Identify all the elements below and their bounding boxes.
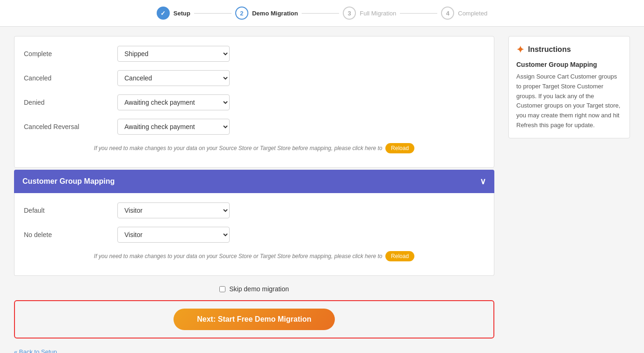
mapping-select-canceled[interactable]: Shipped Canceled Awaiting check payment … xyxy=(117,70,230,86)
reload-button-2[interactable]: Reload xyxy=(385,251,414,261)
next-button-container: Next: Start Free Demo Migration xyxy=(14,300,494,339)
skip-demo-checkbox[interactable] xyxy=(219,286,225,292)
mapping-select-canceled-reversal[interactable]: Shipped Canceled Awaiting check payment … xyxy=(117,119,230,135)
sidebar-title-row: ✦ Instructions xyxy=(516,44,622,55)
sidebar: ✦ Instructions Customer Group Mapping As… xyxy=(508,36,630,353)
back-link-container: « Back to Setup xyxy=(14,348,494,353)
mapping-row-canceled-reversal: Canceled Reversal Shipped Canceled Await… xyxy=(24,119,485,135)
step-setup-circle: ✓ xyxy=(157,7,170,20)
mapping-label-canceled-reversal: Canceled Reversal xyxy=(24,123,108,130)
step-completed-circle: 4 xyxy=(441,7,454,20)
customer-group-section: Customer Group Mapping ∨ Default Visitor… xyxy=(14,170,494,276)
customer-group-header[interactable]: Customer Group Mapping ∨ xyxy=(14,170,494,193)
mapping-select-no-delete[interactable]: Visitor Guest Registered xyxy=(117,227,230,243)
mapping-label-canceled: Canceled xyxy=(24,74,108,82)
back-link[interactable]: « Back to Setup xyxy=(14,348,57,353)
mapping-label-denied: Denied xyxy=(24,99,108,106)
customer-group-title: Customer Group Mapping xyxy=(22,177,115,186)
sidebar-instructions: ✦ Instructions Customer Group Mapping As… xyxy=(508,36,630,138)
stepper: ✓ Setup 2 Demo Migration 3 Full Migratio… xyxy=(0,0,644,27)
step-full-circle: 3 xyxy=(343,7,356,20)
step-completed-label: Completed xyxy=(458,10,487,17)
next-button[interactable]: Next: Start Free Demo Migration xyxy=(174,309,334,330)
order-status-section: Complete Shipped Canceled Awaiting check… xyxy=(14,36,494,168)
step-setup: ✓ Setup xyxy=(157,7,190,20)
instructions-icon: ✦ xyxy=(516,44,524,55)
mapping-label-no-delete: No delete xyxy=(24,231,108,238)
main-container: Complete Shipped Canceled Awaiting check… xyxy=(0,27,644,353)
sidebar-title-text: Instructions xyxy=(528,45,571,54)
mapping-select-default[interactable]: Visitor Guest Registered xyxy=(117,202,230,218)
step-full: 3 Full Migration xyxy=(343,7,396,20)
mapping-label-default: Default xyxy=(24,207,108,214)
step-line-3 xyxy=(400,13,437,14)
content-area: Complete Shipped Canceled Awaiting check… xyxy=(14,36,494,353)
mapping-row-complete: Complete Shipped Canceled Awaiting check… xyxy=(24,46,485,62)
sidebar-section-title: Customer Group Mapping xyxy=(516,61,622,68)
skip-demo-label: Skip demo migration xyxy=(229,285,289,293)
mapping-label-complete: Complete xyxy=(24,50,108,58)
step-demo: 2 Demo Migration xyxy=(235,7,298,20)
reload-info-2: If you need to make changes to your data… xyxy=(24,251,485,261)
step-line-1 xyxy=(194,13,232,14)
sidebar-description: Assign Source Cart Customer groups to pr… xyxy=(516,72,622,130)
step-setup-label: Setup xyxy=(174,10,190,17)
step-completed: 4 Completed xyxy=(441,7,487,20)
mapping-select-complete[interactable]: Shipped Canceled Awaiting check payment … xyxy=(117,46,230,62)
mapping-row-no-delete: No delete Visitor Guest Registered xyxy=(24,227,485,243)
skip-demo-row: Skip demo migration xyxy=(14,285,494,293)
mapping-row-default: Default Visitor Guest Registered xyxy=(24,202,485,218)
mapping-select-denied[interactable]: Shipped Canceled Awaiting check payment … xyxy=(117,94,230,110)
mapping-row-denied: Denied Shipped Canceled Awaiting check p… xyxy=(24,94,485,110)
step-full-label: Full Migration xyxy=(360,10,396,17)
step-demo-label: Demo Migration xyxy=(252,10,298,17)
reload-button-1[interactable]: Reload xyxy=(385,143,414,153)
reload-info-1: If you need to make changes to your data… xyxy=(24,143,485,153)
step-demo-circle: 2 xyxy=(235,7,248,20)
mapping-row-canceled: Canceled Shipped Canceled Awaiting check… xyxy=(24,70,485,86)
chevron-down-icon: ∨ xyxy=(480,176,486,187)
step-line-2 xyxy=(302,13,339,14)
customer-group-body: Default Visitor Guest Registered No dele… xyxy=(14,193,494,276)
